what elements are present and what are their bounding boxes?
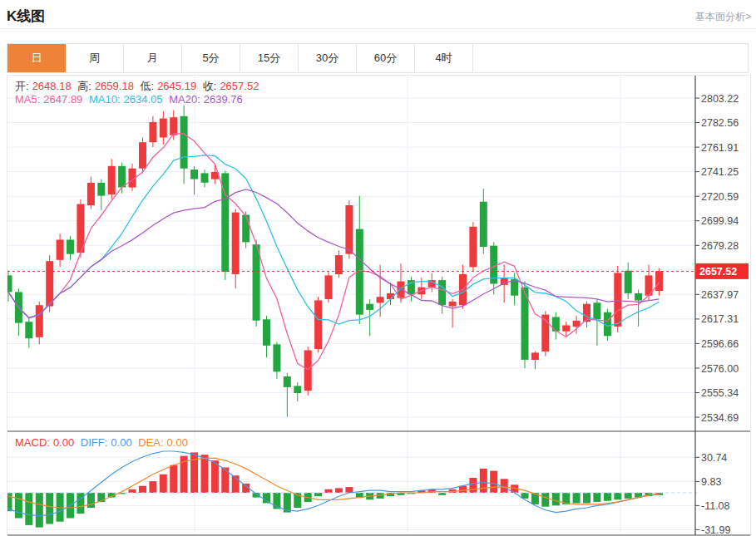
low-value: 2645.19 (157, 80, 196, 92)
dea-value: 0.00 (167, 436, 188, 449)
tab-4时[interactable]: 4时 (415, 44, 473, 72)
svg-text:-11.08: -11.08 (701, 500, 730, 512)
svg-text:2657.52: 2657.52 (699, 266, 737, 278)
svg-text:2803.22: 2803.22 (701, 93, 739, 105)
svg-text:2761.91: 2761.91 (701, 142, 739, 154)
open-value: 2648.18 (32, 80, 72, 92)
gridlines (7, 76, 695, 535)
svg-text:2741.25: 2741.25 (701, 166, 739, 178)
tab-日[interactable]: 日 (7, 44, 66, 72)
kline-chart[interactable]: 2803.222782.562761.912741.252720.592699.… (7, 76, 750, 536)
candles (7, 106, 663, 417)
svg-text:30.74: 30.74 (701, 452, 727, 464)
price-axis-labels: 2803.222782.562761.912741.252720.592699.… (695, 93, 739, 536)
kline-page: K线图 基本面分析> 日周月5分15分30分60分4时 开:2648.18 高:… (0, 0, 756, 536)
svg-text:2596.66: 2596.66 (701, 338, 739, 350)
tab-5分[interactable]: 5分 (182, 44, 240, 72)
ohlc-readout: 开:2648.18 高:2659.18 低:2645.19 收:2657.52 (15, 79, 262, 94)
ma20-value: 2639.76 (204, 93, 243, 106)
svg-text:2720.59: 2720.59 (701, 191, 739, 203)
dea-line (8, 458, 660, 508)
close-value: 2657.52 (220, 80, 259, 92)
ma10-label: MA10: (89, 93, 121, 106)
diff-label: DIFF: (81, 436, 108, 449)
svg-text:2699.94: 2699.94 (701, 215, 739, 227)
tab-60分[interactable]: 60分 (357, 44, 415, 72)
macd-readout: MACD:0.00 DIFF:0.00 DEA:0.00 (15, 436, 191, 449)
ma5-line (8, 134, 660, 370)
fundamental-analysis-link[interactable]: 基本面分析> (695, 10, 751, 24)
tab-30分[interactable]: 30分 (299, 44, 357, 72)
current-price-badge: 2657.52 (695, 263, 749, 279)
chart-box: 开:2648.18 高:2659.18 低:2645.19 收:2657.52 … (7, 75, 751, 536)
ma5-value: 2647.89 (43, 93, 82, 106)
header: K线图 基本面分析> (0, 0, 756, 29)
dea-label: DEA: (138, 436, 163, 449)
tab-15分[interactable]: 15分 (240, 44, 299, 72)
macd-value: 0.00 (53, 436, 74, 449)
ma-readout: MA5:2647.89 MA10:2634.05 MA20:2639.76 (15, 93, 246, 106)
close-label: 收: (203, 80, 217, 92)
diff-line (8, 451, 660, 516)
svg-text:2679.28: 2679.28 (701, 240, 739, 252)
svg-text:2534.69: 2534.69 (701, 412, 739, 424)
svg-text:9.83: 9.83 (701, 476, 721, 488)
tab-周[interactable]: 周 (66, 44, 124, 72)
svg-text:2617.31: 2617.31 (701, 313, 739, 325)
ma20-label: MA20: (169, 93, 200, 106)
high-label: 高: (77, 80, 91, 92)
low-label: 低: (141, 80, 155, 92)
svg-text:-31.99: -31.99 (701, 524, 730, 536)
high-value: 2659.18 (95, 80, 134, 92)
diff-value: 0.00 (111, 436, 131, 449)
macd-histogram (7, 452, 663, 527)
ma10-value: 2634.05 (124, 93, 163, 106)
macd-label: MACD: (15, 436, 50, 449)
svg-text:2576.00: 2576.00 (701, 363, 739, 375)
svg-text:2637.97: 2637.97 (701, 289, 739, 301)
tab-月[interactable]: 月 (124, 44, 182, 72)
open-label: 开: (15, 80, 29, 92)
page-title: K线图 (7, 7, 45, 26)
ma5-label: MA5: (15, 93, 40, 106)
interval-tab-bar: 日周月5分15分30分60分4时 (7, 43, 749, 73)
svg-text:2555.34: 2555.34 (701, 387, 739, 399)
ma10-line (8, 155, 660, 326)
svg-text:2782.56: 2782.56 (701, 117, 739, 129)
